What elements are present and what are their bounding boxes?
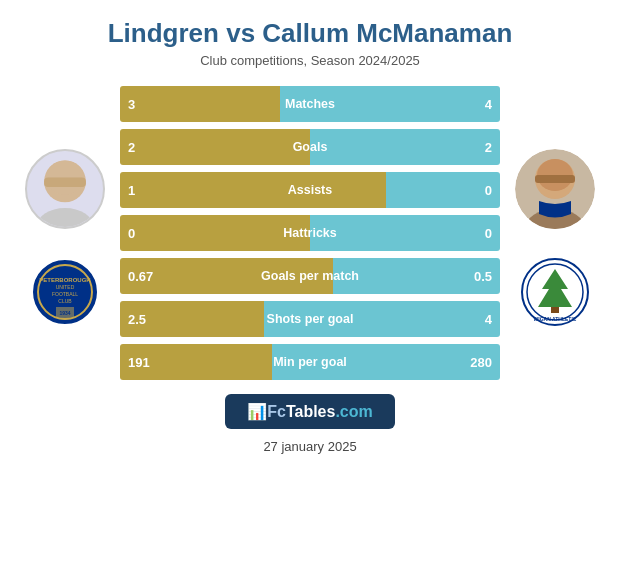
- stat-center-label: Min per goal: [273, 353, 347, 371]
- stat-bar: 00Hattricks: [120, 215, 500, 251]
- page-container: Lindgren vs Callum McManaman Club compet…: [0, 0, 620, 580]
- logo-peterborough: PETERBOROUGH UNITED FOOTBALL CLUB 1934: [30, 257, 100, 327]
- stat-left-value: 191: [120, 344, 272, 380]
- left-col: PETERBOROUGH UNITED FOOTBALL CLUB 1934: [10, 139, 120, 327]
- date-label: 27 january 2025: [263, 439, 356, 454]
- stats-col: 34Matches22Goals10Assists00Hattricks0.67…: [120, 86, 500, 380]
- svg-text:WIGAN ATHLETIC: WIGAN ATHLETIC: [534, 316, 577, 322]
- svg-text:1934: 1934: [59, 310, 70, 316]
- svg-text:UNITED: UNITED: [56, 284, 75, 290]
- svg-text:FOOTBALL: FOOTBALL: [52, 291, 78, 297]
- stat-right-value: 0: [386, 172, 500, 208]
- stat-center-label: Goals per match: [261, 267, 359, 285]
- stat-row: 00Hattricks: [120, 215, 500, 251]
- stat-row: 0.670.5Goals per match: [120, 258, 500, 294]
- svg-rect-3: [44, 178, 86, 188]
- stat-center-label: Assists: [288, 181, 332, 199]
- stat-right-value: 0: [310, 215, 500, 251]
- stat-center-label: Goals: [293, 138, 328, 156]
- svg-rect-19: [551, 307, 559, 313]
- stat-bar: 34Matches: [120, 86, 500, 122]
- avatar-callum: [515, 149, 595, 229]
- page-subtitle: Club competitions, Season 2024/2025: [200, 53, 420, 68]
- right-col: WIGAN ATHLETIC: [500, 139, 610, 327]
- stat-row: 22Goals: [120, 129, 500, 165]
- stat-bar: 22Goals: [120, 129, 500, 165]
- stat-left-value: 3: [120, 86, 280, 122]
- stat-left-value: 2: [120, 129, 310, 165]
- svg-text:CLUB: CLUB: [58, 298, 72, 304]
- stat-row: 191280Min per goal: [120, 344, 500, 380]
- stat-bar: 0.670.5Goals per match: [120, 258, 500, 294]
- com-text: .com: [335, 403, 372, 420]
- stat-center-label: Matches: [285, 95, 335, 113]
- tables-text: Tables: [286, 403, 336, 420]
- stat-bar: 2.54Shots per goal: [120, 301, 500, 337]
- stat-right-value: 2: [310, 129, 500, 165]
- fc-text: Fc: [267, 403, 286, 420]
- svg-rect-15: [535, 175, 575, 183]
- stat-row: 34Matches: [120, 86, 500, 122]
- avatar-lindgren: [25, 149, 105, 229]
- stat-left-value: 1: [120, 172, 386, 208]
- stat-row: 2.54Shots per goal: [120, 301, 500, 337]
- logo-wigan: WIGAN ATHLETIC: [520, 257, 590, 327]
- chart-icon: 📊: [247, 403, 267, 420]
- stat-left-value: 2.5: [120, 301, 264, 337]
- stat-center-label: Shots per goal: [267, 310, 354, 328]
- svg-point-0: [37, 208, 94, 229]
- page-title: Lindgren vs Callum McManaman: [108, 18, 513, 49]
- stat-bar: 10Assists: [120, 172, 500, 208]
- main-content: PETERBOROUGH UNITED FOOTBALL CLUB 1934 3…: [10, 86, 610, 380]
- svg-text:PETERBOROUGH: PETERBOROUGH: [39, 277, 90, 283]
- stat-center-label: Hattricks: [283, 224, 337, 242]
- stat-left-value: 0: [120, 215, 310, 251]
- footer-badge: 📊FcTables.com: [225, 394, 395, 429]
- stat-bar: 191280Min per goal: [120, 344, 500, 380]
- stat-row: 10Assists: [120, 172, 500, 208]
